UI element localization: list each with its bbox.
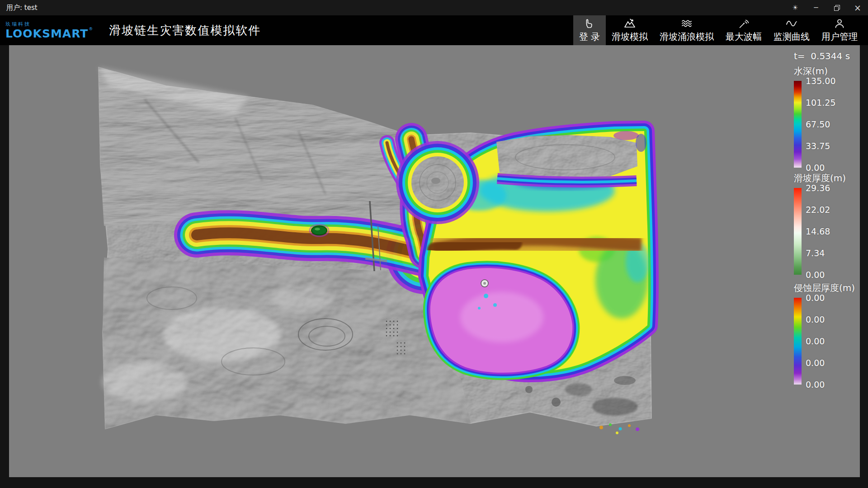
tick-label: 29.36 bbox=[806, 183, 830, 193]
tick-label: 67.50 bbox=[806, 119, 830, 129]
nav-item-label: 最大波幅 bbox=[726, 31, 762, 43]
tick-label: 14.68 bbox=[806, 226, 830, 236]
gauge-point bbox=[481, 280, 488, 287]
river-flow bbox=[197, 233, 424, 254]
simulation-time-label: t= 0.5344 s bbox=[794, 51, 850, 61]
tick-label: 135.00 bbox=[806, 76, 835, 86]
max-amplitude-icon bbox=[738, 18, 750, 29]
nav-item-landslide-sim[interactable]: 滑坡模拟 bbox=[606, 15, 654, 45]
current-user-label: 用户: test bbox=[6, 4, 38, 12]
nav-item-monitor-curves[interactable]: 监测曲线 bbox=[768, 15, 816, 45]
3d-viewport[interactable]: t= 0.5344 s 水深(m) 135.00 101.25 67.50 33… bbox=[9, 45, 860, 477]
erosion-thickness-colorbar bbox=[794, 298, 802, 385]
nav-item-user-admin[interactable]: 用户管理 bbox=[816, 15, 863, 45]
tick-label: 0.00 bbox=[806, 380, 825, 389]
landslide-source bbox=[310, 225, 329, 236]
window-controls: ☀ ─ × bbox=[785, 0, 868, 15]
tick-label: 0.00 bbox=[806, 358, 825, 368]
tick-label: 33.75 bbox=[806, 141, 830, 151]
water-depth-colorbar bbox=[794, 81, 802, 168]
brand-product-label: LOOKSMART bbox=[5, 28, 88, 39]
minimize-icon[interactable]: ─ bbox=[806, 0, 826, 15]
window-titlebar: 用户: test ☀ ─ × bbox=[0, 0, 868, 15]
nav-item-label: 滑坡涌浪模拟 bbox=[660, 31, 714, 43]
tick-label: 0.00 bbox=[806, 270, 825, 280]
close-icon[interactable]: × bbox=[847, 0, 868, 15]
brand-logo: 玖瑞科技 LOOKSMART ® bbox=[5, 22, 93, 39]
tick-label: 0.00 bbox=[806, 314, 825, 324]
nav-item-login[interactable]: 登 录 bbox=[573, 15, 606, 45]
nav-item-label: 滑坡模拟 bbox=[612, 31, 648, 43]
surge-wave-icon bbox=[681, 18, 693, 29]
legend-title: 滑坡厚度(m) bbox=[794, 172, 849, 184]
tick-label: 0.00 bbox=[806, 293, 825, 303]
magenta-pool bbox=[430, 268, 573, 373]
hand-cursor-icon bbox=[584, 18, 595, 29]
tick-label: 0.00 bbox=[806, 336, 825, 346]
tick-label: 101.25 bbox=[806, 98, 835, 108]
nav-item-label: 用户管理 bbox=[821, 31, 858, 43]
island bbox=[396, 141, 479, 224]
tick-label: 0.00 bbox=[806, 163, 825, 173]
landslide-icon bbox=[624, 18, 636, 29]
theme-toggle-icon[interactable]: ☀ bbox=[785, 0, 806, 15]
nav-item-label: 监测曲线 bbox=[774, 31, 810, 43]
legend-water-depth: 水深(m) 135.00 101.25 67.50 33.75 0.00 bbox=[794, 65, 849, 168]
nav-item-label: 登 录 bbox=[579, 31, 600, 43]
restore-icon[interactable] bbox=[826, 0, 847, 15]
brand-registered-mark: ® bbox=[89, 27, 93, 31]
brand-company-label: 玖瑞科技 bbox=[5, 22, 93, 27]
tick-label: 7.34 bbox=[806, 248, 825, 258]
main-nav: 登 录 滑坡模拟 滑坡涌浪模拟 bbox=[573, 15, 863, 45]
landslide-thickness-colorbar bbox=[794, 188, 802, 275]
tick-label: 22.02 bbox=[806, 205, 830, 215]
app-header: 玖瑞科技 LOOKSMART ® 滑坡链生灾害数值模拟软件 登 录 滑坡模拟 bbox=[0, 15, 868, 45]
page-title: 滑坡链生灾害数值模拟软件 bbox=[109, 23, 261, 38]
legend-landslide-thickness: 滑坡厚度(m) 29.36 22.02 14.68 7.34 0.00 bbox=[794, 172, 849, 275]
terrain-scene bbox=[9, 45, 860, 477]
legend-title: 侵蚀层厚度(m) bbox=[794, 282, 855, 294]
settlement-dots bbox=[385, 318, 398, 337]
user-admin-icon bbox=[834, 18, 845, 29]
legend-erosion-thickness: 侵蚀层厚度(m) 0.00 0.00 0.00 0.00 0.00 bbox=[794, 282, 855, 385]
legend-title: 水深(m) bbox=[794, 65, 849, 77]
nav-item-max-amplitude[interactable]: 最大波幅 bbox=[720, 15, 768, 45]
monitor-curve-icon bbox=[786, 18, 797, 29]
nav-item-surge-sim[interactable]: 滑坡涌浪模拟 bbox=[654, 15, 720, 45]
